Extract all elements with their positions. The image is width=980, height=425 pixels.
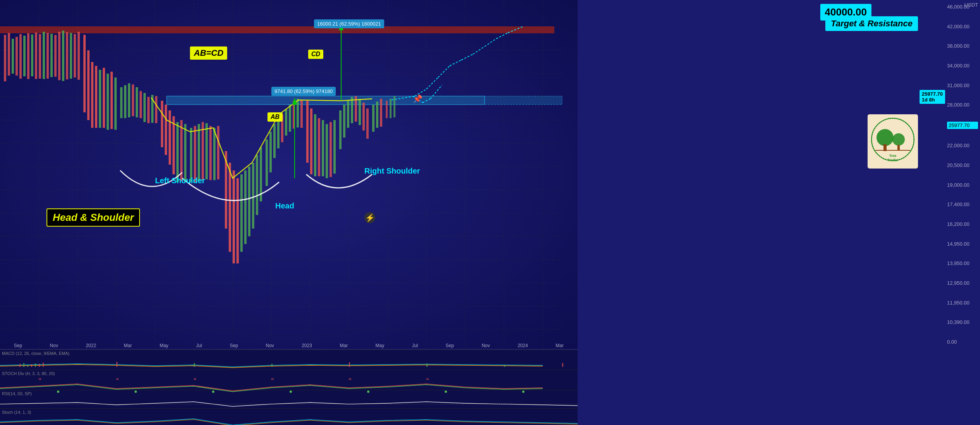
price-40000-box: 40000.00: [820, 4, 871, 21]
svg-text:H: H: [116, 377, 119, 381]
svg-rect-159: [39, 364, 40, 367]
right-shoulder-label: Right Shoulder: [364, 167, 420, 176]
svg-rect-43: [47, 33, 49, 79]
svg-rect-78: [190, 128, 192, 182]
svg-rect-83: [209, 126, 212, 180]
svg-rect-48: [66, 32, 68, 79]
svg-rect-163: [271, 364, 273, 367]
svg-text:H: H: [39, 377, 41, 381]
pin-marker: 📌: [413, 94, 423, 103]
svg-rect-116: [347, 100, 349, 128]
current-price-badge: 25977.70 1d 8h: [920, 90, 945, 104]
svg-rect-96: [266, 139, 268, 186]
svg-rect-57: [103, 68, 105, 128]
svg-rect-35: [16, 37, 18, 76]
svg-rect-44: [50, 34, 53, 77]
svg-rect-166: [504, 365, 505, 367]
svg-rect-67: [143, 93, 146, 122]
svg-rect-155: [23, 363, 24, 367]
svg-rect-58: [107, 74, 109, 130]
svg-rect-66: [140, 91, 142, 118]
time-axis: Sep Nov 2022 Mar May Jul Sep Nov 2023 Ma…: [0, 342, 578, 349]
watermark-logo: Tree Trader: [868, 114, 918, 169]
svg-text:H: H: [426, 377, 429, 381]
svg-rect-38: [27, 33, 29, 79]
svg-rect-89: [236, 178, 239, 263]
svg-rect-167: [562, 363, 563, 367]
chart-container: Bitcoin / TetherUS, 2D, BINANCE: [0, 0, 980, 425]
svg-rect-87: [229, 163, 231, 252]
svg-rect-75: [176, 122, 179, 182]
svg-rect-162: [194, 363, 195, 367]
svg-rect-68: [147, 97, 150, 123]
svg-rect-73: [169, 110, 171, 165]
svg-rect-0: [0, 0, 578, 349]
svg-rect-71: [161, 101, 163, 147]
indicators-area: MACD (12, 26, close, 9/EMA, EMA): [0, 349, 578, 425]
macd-indicator: MACD (12, 26, close, 9/EMA, EMA): [0, 350, 578, 370]
svg-rect-42: [43, 32, 45, 79]
svg-rect-45: [54, 35, 57, 77]
measurement-box-1: 16000.21 (62.59%) 1600021: [314, 19, 384, 28]
rsi-indicator: RSI(14, 50, SP): [0, 390, 578, 409]
head-label: Head: [275, 201, 294, 210]
chart-svg: [0, 0, 578, 349]
svg-rect-121: [366, 108, 369, 139]
measurement-box-2: 9741.80 (62.59%) 974180: [271, 87, 336, 96]
svg-rect-92: [248, 167, 250, 236]
svg-rect-80: [198, 124, 200, 181]
svg-rect-102: [289, 105, 291, 132]
svg-rect-77: [184, 124, 186, 182]
svg-rect-109: [318, 118, 320, 176]
stoch2-indicator: Stoch (14, 1, 3): [0, 409, 578, 425]
svg-rect-119: [359, 99, 361, 125]
svg-rect-31: [485, 96, 562, 105]
svg-rect-61: [120, 87, 122, 118]
svg-text:H: H: [349, 377, 351, 381]
svg-rect-88: [233, 170, 235, 263]
svg-rect-53: [87, 50, 90, 120]
svg-rect-112: [330, 122, 332, 177]
svg-rect-64: [132, 84, 134, 116]
svg-rect-154: [19, 364, 21, 367]
left-shoulder-label: Left Shoulder: [155, 176, 205, 185]
svg-text:H: H: [194, 377, 196, 381]
svg-rect-74: [173, 116, 175, 174]
svg-rect-160: [43, 363, 44, 367]
svg-rect-59: [110, 72, 113, 129]
svg-rect-115: [343, 105, 345, 138]
svg-rect-108: [314, 114, 316, 176]
svg-rect-65: [136, 87, 138, 117]
svg-rect-36: [19, 34, 22, 79]
svg-rect-37: [23, 36, 26, 76]
svg-rect-34: [12, 39, 14, 74]
svg-rect-85: [217, 126, 219, 179]
abcd-label: AB=CD: [190, 46, 227, 60]
lightning-icon: ⚡: [364, 212, 375, 223]
svg-rect-72: [165, 105, 167, 155]
svg-rect-98: [273, 124, 276, 158]
svg-rect-111: [326, 124, 328, 178]
svg-rect-29: [0, 26, 554, 33]
cd-label: CD: [308, 50, 323, 59]
svg-rect-56: [99, 70, 101, 128]
svg-rect-142: [386, 101, 388, 118]
svg-rect-117: [351, 97, 353, 123]
svg-rect-49: [70, 33, 72, 79]
svg-rect-93: [252, 163, 254, 229]
svg-point-146: [876, 129, 894, 146]
svg-rect-143: [390, 99, 392, 118]
svg-rect-70: [155, 96, 157, 123]
svg-rect-91: [244, 170, 247, 244]
price-axis: 46,000.00 42,000.00 38,000.00 34,000.00 …: [945, 0, 980, 349]
svg-rect-47: [62, 31, 64, 81]
svg-rect-107: [310, 108, 312, 174]
svg-rect-105: [300, 100, 303, 128]
svg-rect-124: [380, 99, 382, 127]
svg-rect-81: [202, 122, 204, 180]
svg-rect-46: [58, 32, 60, 80]
svg-rect-62: [124, 85, 126, 118]
macd-label: MACD (12, 26, close, 9/EMA, EMA): [2, 351, 69, 356]
svg-rect-113: [333, 120, 336, 174]
svg-rect-54: [91, 62, 93, 128]
